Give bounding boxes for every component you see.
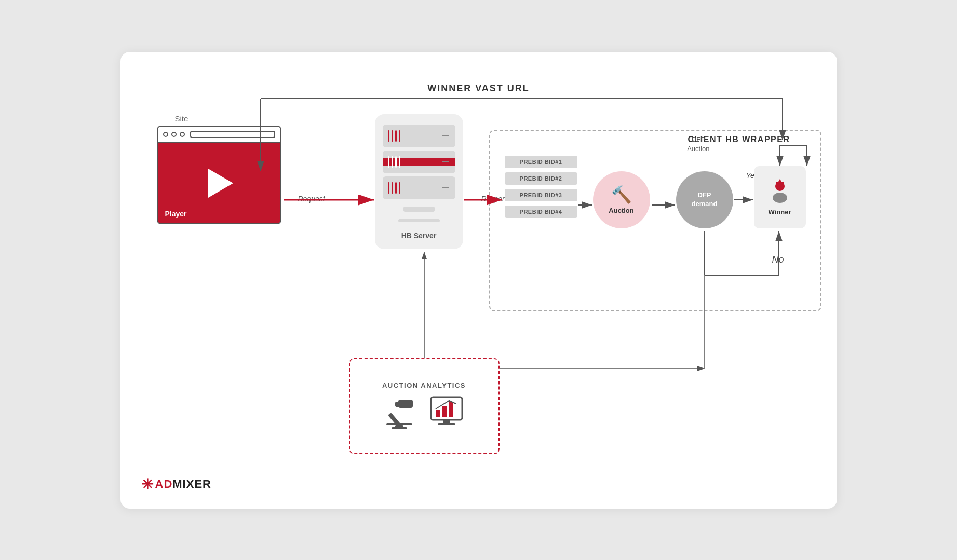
browser-dot-1 [163,132,168,137]
auction-hammer-icon: 🔨 [611,185,632,204]
winner-label: Winner [769,208,791,216]
prebid-bids: PREBID BID#1 PREBID BID#2 PREBID BID#3 P… [505,156,577,218]
browser-dot-2 [171,132,177,137]
svg-rect-9 [392,427,407,429]
server-stack-3 [383,176,455,199]
analytics-chart-icon [428,394,465,431]
main-card: WINNER VAST URL CLIENT HB WRAPPER Site P… [120,52,837,509]
svg-point-1 [773,193,787,203]
svg-rect-15 [438,423,455,425]
admixer-brand-text: ADMIXER [155,477,211,491]
player-label: Player [165,210,187,218]
diagram: Site Player Request Response [152,114,806,477]
dfp-demand-text: DFPdemand [692,191,718,209]
browser-topbar [158,127,280,143]
svg-rect-12 [442,406,447,417]
prebid-bid-2: PREBID BID#2 [505,172,577,185]
prebid-bid-3: PREBID BID#3 [505,189,577,201]
stack-line [399,182,400,194]
prebid-bid-4: PREBID BID#4 [505,206,577,218]
request-label: Request [298,195,325,203]
svg-rect-6 [395,402,402,407]
server-stand-base [398,219,440,222]
dfp-auction-label: DFPAuction [687,135,709,154]
browser-dot-3 [180,132,185,137]
winner-person-icon [766,178,793,205]
stack-line [399,130,400,142]
hb-server-label: HB Server [401,231,437,240]
auction-text: Auction [609,207,633,214]
stack-line [388,182,389,194]
svg-rect-11 [436,410,440,417]
dfp-demand-circle: DFPdemand [676,171,733,228]
stack-lines-3 [388,182,400,194]
prebid-bid-1: PREBID BID#1 [505,156,577,168]
site-label: Site [175,114,188,123]
stack-line [392,156,393,168]
hb-server-box: HB Server [375,114,463,249]
auction-analytics-box: AUCTION ANALYTICS [349,358,500,454]
stack-line [395,130,397,142]
stack-line [395,182,397,194]
no-label: No [772,254,784,265]
svg-rect-7 [386,423,412,425]
stack-line [399,156,400,168]
browser-content: Player [158,143,280,223]
svg-rect-2 [776,182,784,184]
analytics-hammer-icon [384,394,420,431]
browser-urlbar [190,131,275,138]
auction-circle: 🔨 Auction [593,171,650,228]
svg-marker-3 [778,179,781,182]
server-stand [403,207,435,212]
stack-line [392,130,393,142]
play-icon [208,169,233,198]
admixer-star-icon: ✳ [141,476,153,493]
server-stacks [383,125,455,199]
winner-vast-url-label: WINNER VAST URL [427,83,530,94]
stack-lines-2 [388,156,400,168]
auction-analytics-icons [384,394,465,431]
browser-box: Player [157,126,281,224]
stack-dash-3 [442,187,449,188]
stack-dash-2 [442,161,449,162]
stack-dash-1 [442,135,449,136]
svg-rect-13 [449,402,453,417]
stack-line [388,130,389,142]
admixer-logo: ✳ ADMIXER [141,476,211,493]
server-stack-2 [383,151,455,173]
svg-rect-14 [443,420,450,423]
stack-line [392,182,393,194]
server-stack-1 [383,125,455,147]
auction-analytics-label: AUCTION ANALYTICS [382,381,466,389]
winner-box: Winner [754,166,806,228]
stack-line [395,156,397,168]
stack-lines-1 [388,130,400,142]
stack-line [388,156,389,168]
